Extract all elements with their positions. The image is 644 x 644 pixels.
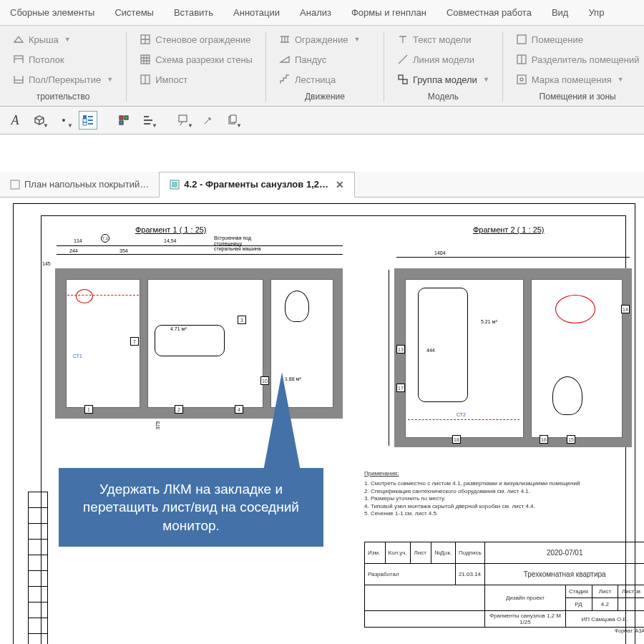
col-ndok: №Док. xyxy=(431,542,456,564)
grid-icon xyxy=(140,34,151,45)
curtainwall-button[interactable]: Стеновое ограждение xyxy=(135,31,257,47)
dropdown-icon: ▼ xyxy=(618,76,624,83)
modelline-button[interactable]: Линия модели xyxy=(393,52,494,67)
checklist-button[interactable] xyxy=(79,111,97,130)
roomtag-label: Марка помещения xyxy=(532,74,612,85)
title-block: Изм. Кол.уч. Лист №Док. Подпись 2020-07/… xyxy=(364,542,644,644)
floor-button[interactable]: Пол/Перекрытие▼ xyxy=(9,72,117,87)
copy-button[interactable]: ▼ xyxy=(223,111,242,130)
bubble-15: 15 xyxy=(567,435,575,444)
stage-project: Дизайн проект xyxy=(485,585,565,611)
room-button[interactable]: Помещение xyxy=(512,31,644,47)
svg-rect-0 xyxy=(14,56,23,59)
roof-button[interactable]: Крыша▼ xyxy=(9,31,117,47)
ceiling-label: Потолок xyxy=(29,54,64,65)
cube-button[interactable]: ▼ xyxy=(30,111,49,130)
bubble-4: 4 xyxy=(235,405,243,414)
company: ИП Самцова О.В. xyxy=(565,611,644,628)
checklist-icon xyxy=(82,114,94,126)
stair-button[interactable]: Лестница xyxy=(275,72,375,87)
ramp-button[interactable]: Пандус xyxy=(275,52,375,67)
bubble-1: 1 xyxy=(84,405,93,414)
note-2: 2. Спецификация сантехнического оборудов… xyxy=(364,488,644,495)
tab-fragments-active[interactable]: 4.2 - Фрагменты санузлов 1,2… ✕ xyxy=(159,172,355,197)
menu-analiz[interactable]: Анализ xyxy=(290,3,341,22)
close-icon[interactable]: ✕ xyxy=(336,179,344,190)
notes-title: Примечания: xyxy=(364,470,644,477)
document-tabs: План напольных покрытий… 4.2 - Фрагменты… xyxy=(0,172,644,197)
callout-box: Удержать ЛКМ на закладке и перетащить ли… xyxy=(59,468,323,547)
modeltext-label: Текст модели xyxy=(413,34,471,45)
menu-sistemy[interactable]: Системы xyxy=(104,3,163,22)
menu-vid[interactable]: Вид xyxy=(542,3,579,22)
stadia: РД xyxy=(565,598,592,611)
bubble-2: 2 xyxy=(175,405,183,414)
menu-sovmestnaya[interactable]: Совместная работа xyxy=(436,3,542,22)
roomtag-button[interactable]: Марка помещения▼ xyxy=(512,72,644,87)
svg-rect-6 xyxy=(403,79,407,84)
dropdown-icon: ▼ xyxy=(64,36,71,43)
filter-button[interactable] xyxy=(114,111,133,130)
curtainwall-label: Стеновое ограждение xyxy=(155,34,250,45)
dim: 375 xyxy=(155,421,160,430)
tab-label: 4.2 - Фрагменты санузлов 1,2… xyxy=(184,179,328,190)
note-3: 3. Размеры уточнить по месту. xyxy=(364,495,644,502)
modeltext-button[interactable]: Текст модели xyxy=(393,31,494,47)
menu-annotacii[interactable]: Аннотации xyxy=(223,3,290,22)
stair-icon xyxy=(279,74,291,85)
dropdown-icon: ▼ xyxy=(107,76,113,83)
mullion-button[interactable]: Импост xyxy=(135,72,257,87)
dim: 145 xyxy=(42,261,51,266)
menu-bar: Сборные элементы Системы Вставить Аннота… xyxy=(0,0,644,26)
svg-rect-5 xyxy=(399,75,403,79)
tab-label: План напольных покрытий… xyxy=(24,179,149,190)
project-code: 2020-07/01 xyxy=(485,542,644,564)
dropdown-icon: ▼ xyxy=(43,122,49,129)
area-label: 1.88 м² xyxy=(285,376,301,381)
arrow-button[interactable] xyxy=(199,111,218,130)
stadia-header: Стадия xyxy=(565,585,592,598)
ceiling-button[interactable]: Потолок xyxy=(9,52,117,67)
mullion-label: Импост xyxy=(155,74,187,85)
group-circ-label: Движение xyxy=(275,92,375,102)
callout-text: Удержать ЛКМ на закладке и перетащить ли… xyxy=(69,480,313,535)
drawing-canvas[interactable]: Фрагмент 1 ( 1 : 25) СТ1 4.71 м² 1.88 м²… xyxy=(0,197,644,644)
filter-icon xyxy=(118,114,130,126)
railing-button[interactable]: Ограждение▼ xyxy=(275,31,375,47)
fragment2-title: Фрагмент 2 ( 1 : 25) xyxy=(473,225,545,234)
svg-rect-9 xyxy=(517,75,526,84)
dim: 1404 xyxy=(434,250,446,255)
col-podpis: Подпись xyxy=(455,542,484,564)
tag-icon xyxy=(516,74,527,85)
ribbon: Крыша▼ Потолок Пол/Перекрытие▼ троительс… xyxy=(0,26,644,107)
floor-icon xyxy=(13,74,24,85)
ribbon-group-model: Текст модели Линия модели Группа модели▼… xyxy=(384,31,503,102)
listov-header: Листов xyxy=(618,585,644,598)
roomsep-button[interactable]: Разделитель помещений xyxy=(512,52,644,67)
sheet-icon xyxy=(10,180,20,190)
modelgroup-button[interactable]: Группа модели▼ xyxy=(393,72,494,87)
tab-plan-napolnyh[interactable]: План напольных покрытий… xyxy=(0,172,159,197)
linework-button[interactable]: ▼ xyxy=(139,111,157,130)
menu-formy[interactable]: Формы и генплан xyxy=(341,3,436,22)
bubble-14: 14 xyxy=(621,305,630,313)
group-icon xyxy=(397,74,409,85)
curtaingrid-button[interactable]: Схема разрезки стены xyxy=(135,52,257,67)
bubble-10: 10 xyxy=(260,376,269,385)
dim: 244 xyxy=(69,248,78,253)
menu-vstavit[interactable]: Вставить xyxy=(164,3,223,22)
list-header: Лист xyxy=(592,585,618,598)
callout-button[interactable]: ▼ xyxy=(175,111,193,130)
svg-rect-22 xyxy=(172,182,177,187)
menu-upr[interactable]: Упр xyxy=(578,3,614,22)
row-razrab: Разработал xyxy=(365,564,456,585)
roof-label: Крыша xyxy=(29,34,59,45)
text-tool-button[interactable]: A xyxy=(6,111,24,130)
menu-sbornye[interactable]: Сборные элементы xyxy=(0,3,104,22)
ribbon-group-build: Крыша▼ Потолок Пол/Перекрытие▼ троительс… xyxy=(0,31,127,102)
modelgroup-label: Группа модели xyxy=(413,74,477,85)
bubble-7: 7 xyxy=(130,337,139,346)
svg-rect-17 xyxy=(179,115,187,122)
sheet-icon xyxy=(170,180,180,190)
dot-button[interactable]: •▼ xyxy=(54,111,73,130)
